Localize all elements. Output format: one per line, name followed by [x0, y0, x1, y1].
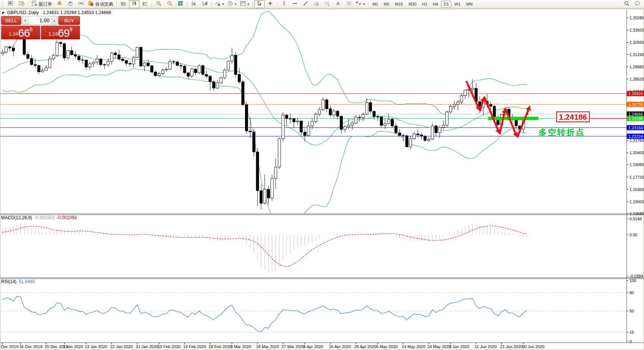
svg-text:9 Mar 2020: 9 Mar 2020	[231, 344, 251, 349]
trendline-icon	[303, 0, 309, 8]
svg-text:1.16360: 1.16360	[629, 187, 644, 192]
timeframe-w1-button[interactable]: W1	[452, 1, 463, 7]
buy-button[interactable]: BUY	[58, 16, 80, 25]
timeframe-h4-button[interactable]: H4	[430, 1, 441, 7]
svg-text:100: 100	[629, 278, 636, 283]
svg-text:16 Apr 2020: 16 Apr 2020	[329, 344, 351, 349]
chevron-down-icon: ▼	[363, 3, 366, 6]
sell-price-small: 1.24	[9, 30, 18, 39]
auto-scroll-icon	[191, 0, 197, 8]
text-button[interactable]: A	[333, 0, 343, 8]
volume-decrease-button[interactable]: ▼	[22, 16, 29, 25]
svg-text:80: 80	[629, 291, 634, 295]
periods-button[interactable]: ▼	[226, 0, 238, 8]
svg-text:3 Jan 2020: 3 Jan 2020	[63, 344, 83, 349]
timeframe-h1-button[interactable]: H1	[419, 1, 430, 7]
signal-icon	[78, 0, 84, 8]
indicators-button[interactable]: ▼	[213, 0, 226, 8]
svg-text:1.13680: 1.13680	[629, 211, 644, 216]
svg-text:6 Apr 2020: 6 Apr 2020	[303, 344, 323, 349]
cursor-button[interactable]	[254, 0, 265, 8]
search-icon	[624, 0, 629, 8]
fibonacci-icon: F	[324, 0, 330, 8]
svg-text:A: A	[337, 1, 339, 6]
search-button[interactable]	[621, 0, 632, 8]
timeframe-d1-button[interactable]: D1	[441, 1, 451, 7]
one-click-toggle-icon[interactable]: ◤	[2, 11, 5, 15]
svg-text:16 Dec 2019: 16 Dec 2019	[19, 344, 42, 349]
rsi-title: RSI(14)	[1, 279, 16, 284]
svg-text:18 Mar 2020: 18 Mar 2020	[256, 344, 279, 349]
vertical-line-button[interactable]	[279, 0, 289, 8]
fibonacci-button[interactable]: F	[322, 0, 332, 8]
timeframe-m15-button[interactable]: M15	[392, 1, 405, 7]
sell-button[interactable]: SELL	[1, 16, 21, 25]
horizontal-line-button[interactable]	[290, 0, 300, 8]
svg-text:19 Feb 2020: 19 Feb 2020	[183, 344, 206, 349]
buy-price-big: 69	[58, 27, 70, 39]
line-chart-button[interactable]	[140, 0, 150, 8]
new-chart-button[interactable]	[6, 0, 16, 8]
auto-scroll-button[interactable]	[189, 0, 199, 8]
svg-text:0.0148: 0.0148	[629, 217, 642, 221]
timeframe-m5-button[interactable]: M5	[381, 1, 392, 7]
chevron-down-icon: ▼	[247, 3, 250, 6]
tile-windows-button[interactable]	[175, 0, 186, 8]
timeframe-m1-button[interactable]: M1	[370, 1, 381, 7]
volume-increase-button[interactable]: ▲	[51, 16, 57, 25]
chart-shift-button[interactable]	[200, 0, 210, 8]
svg-text:1.17720: 1.17720	[629, 175, 644, 179]
svg-text:1.28520: 1.28520	[629, 77, 644, 81]
svg-text:22 Jan 2020: 22 Jan 2020	[110, 344, 133, 349]
toolbar-separator	[28, 1, 29, 7]
channel-button[interactable]: E	[311, 0, 322, 8]
svg-text:1.24186: 1.24186	[628, 116, 643, 121]
arrows-button[interactable]: ▼	[354, 0, 367, 8]
price-level-callout[interactable]: 1.24186	[556, 111, 590, 122]
signal-button[interactable]	[76, 0, 86, 8]
candle-chart-button[interactable]	[129, 0, 139, 8]
sell-price-sup: 6	[30, 27, 33, 32]
templates-button[interactable]: ▼	[239, 0, 251, 8]
svg-text:Dec 2019: Dec 2019	[1, 344, 19, 349]
cursor-icon	[257, 0, 263, 8]
one-click-trading-panel: SELL ▼ 1.00 ▲ BUY 1.24666 1.24699	[1, 16, 80, 39]
timeframe-mn-button[interactable]: MN	[464, 1, 475, 7]
templates-icon	[240, 0, 246, 8]
svg-text:0.00: 0.00	[629, 233, 637, 237]
bar-chart-button[interactable]	[118, 0, 129, 8]
zoom-out-button[interactable]	[164, 0, 175, 8]
publish-icon	[67, 0, 73, 8]
channel-icon: E	[313, 0, 319, 8]
autotrade-button[interactable]: 自动交易	[87, 0, 115, 8]
zoom-in-button[interactable]	[154, 0, 164, 8]
chat-button[interactable]	[632, 0, 643, 8]
volume-input[interactable]: 1.00	[29, 16, 51, 25]
buy-price-display[interactable]: 1.24699	[41, 26, 80, 39]
volume-stepper: ▼ 1.00 ▲	[22, 16, 58, 25]
chat-icon	[634, 0, 640, 8]
timeframe-group: M1M5M15M30H1H4D1W1MN	[370, 1, 475, 7]
crosshair-button[interactable]	[265, 0, 276, 8]
gold-button[interactable]	[54, 0, 65, 8]
price-chart-canvas[interactable]: 1.352801.339201.325601.312401.298801.285…	[0, 9, 644, 350]
sell-price-display[interactable]: 1.24666	[1, 26, 40, 39]
line-chart-icon	[142, 0, 148, 8]
svg-text:1.29880: 1.29880	[629, 65, 644, 69]
profiles-button[interactable]	[16, 0, 27, 8]
svg-text:1.21760: 1.21760	[629, 138, 644, 143]
trendline-button[interactable]	[300, 0, 311, 8]
new-order-button[interactable]: 新订单	[30, 0, 54, 8]
rsi-label: RSI(14)51.6490	[1, 279, 35, 284]
svg-text:1.26924: 1.26924	[628, 91, 643, 96]
publish-button[interactable]	[65, 0, 75, 8]
timeframe-m30-button[interactable]: M30	[406, 1, 419, 7]
toolbar-separator	[212, 1, 212, 7]
svg-text:1.22224: 1.22224	[628, 134, 643, 139]
svg-text:13 Jan 2020: 13 Jan 2020	[85, 344, 107, 349]
svg-text:1.23164: 1.23164	[628, 126, 643, 130]
svg-text:T: T	[348, 2, 350, 6]
turning-point-annotation[interactable]: 多空转折点	[538, 127, 585, 138]
text-label-button[interactable]: T	[344, 0, 354, 8]
bar-chart-icon	[120, 0, 126, 8]
